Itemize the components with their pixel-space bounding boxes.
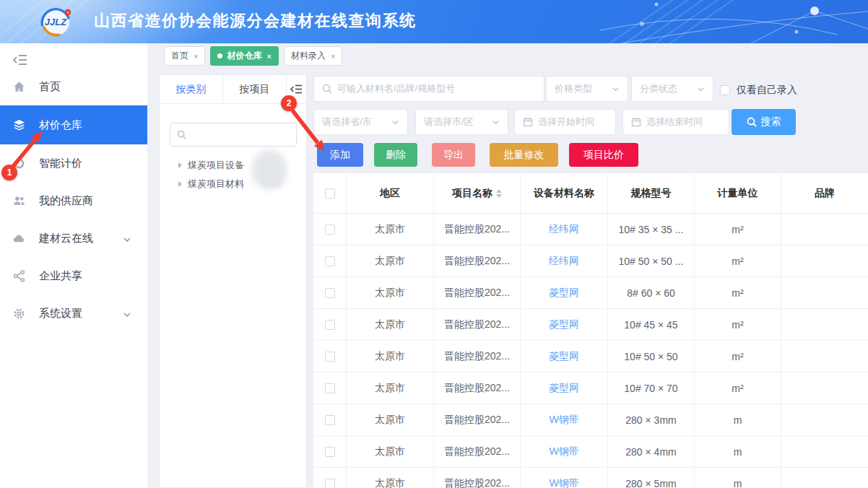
cell-project: 晋能控股202... — [434, 436, 521, 467]
workspace-tabbar: 首页×材价仓库×材料录入× — [164, 46, 342, 66]
cell-project: 晋能控股202... — [434, 214, 521, 245]
layers-icon — [13, 119, 25, 131]
action-button-4[interactable]: 项目比价 — [569, 143, 638, 167]
cell-project: 晋能控股202... — [434, 468, 521, 488]
material-link[interactable]: 经纬网 — [549, 255, 579, 268]
province-select[interactable]: 请选择省/市 — [313, 109, 408, 135]
cell-region: 太原市 — [347, 468, 434, 488]
menu-fold-icon[interactable] — [13, 53, 27, 66]
row-checkbox[interactable] — [325, 288, 335, 298]
cell-brand — [781, 309, 868, 340]
start-time-picker[interactable]: 选择开始时间 — [514, 109, 616, 135]
row-checkbox[interactable] — [325, 415, 335, 425]
cell-text: 280 × 3mm — [625, 414, 676, 426]
cell-text: 太原市 — [375, 223, 405, 236]
action-button-3[interactable]: 批量修改 — [490, 143, 558, 167]
city-select[interactable]: 请选择市/区 — [415, 109, 508, 135]
tree-tab-1[interactable]: 按项目 — [223, 75, 287, 103]
sidebar-item-label: 我的供应商 — [39, 194, 93, 208]
annotation-step-1: 1 — [1, 165, 17, 180]
main-content: 首页×材价仓库×材料录入× 按类别按项目 煤炭项目设备煤炭项目材料 可输入材料名… — [147, 43, 868, 488]
material-link[interactable]: 经纬网 — [549, 223, 579, 236]
cell-brand — [781, 277, 868, 308]
close-icon[interactable]: × — [331, 52, 335, 61]
search-button[interactable]: 搜索 — [732, 109, 796, 135]
keyword-search-input[interactable]: 可输入材料名/品牌/规格型号 — [313, 76, 544, 102]
cell-spec: 8# 60 × 60 — [608, 277, 695, 308]
row-checkbox[interactable] — [325, 225, 335, 235]
material-link[interactable]: 菱型网 — [549, 318, 579, 331]
end-time-picker[interactable]: 选择结束时间 — [622, 109, 729, 135]
home-icon — [13, 81, 25, 93]
cell-project: 晋能控股202... — [434, 309, 521, 340]
cell-text: m — [734, 446, 742, 458]
cell-text: 晋能控股202... — [444, 477, 510, 488]
tree-tab-0[interactable]: 按类别 — [160, 75, 223, 103]
keyword-placeholder: 可输入材料名/品牌/规格型号 — [337, 82, 455, 95]
cell-text: 太原市 — [375, 382, 405, 395]
material-link[interactable]: W钢带 — [549, 477, 578, 488]
chevron-down-icon — [492, 118, 500, 126]
close-icon[interactable]: × — [194, 52, 198, 61]
cell-material: 菱型网 — [521, 372, 608, 404]
table-row: 太原市晋能控股202...经纬网10# 50 × 50 ...m² — [313, 245, 868, 277]
material-link[interactable]: W钢带 — [549, 414, 578, 427]
only-mine-checkbox[interactable] — [720, 85, 730, 95]
cell-unit: m² — [695, 372, 781, 404]
category-tree-panel: 按类别按项目 煤炭项目设备煤炭项目材料 — [159, 74, 307, 488]
cell-text: 晋能控股202... — [444, 445, 510, 458]
sidebar-item-3[interactable]: 我的供应商 — [0, 182, 147, 219]
price-type-select[interactable]: 价格类型 — [546, 76, 628, 102]
row-checkbox[interactable] — [325, 352, 335, 362]
material-link[interactable]: 菱型网 — [549, 382, 579, 395]
table-header-checkbox-cell — [313, 173, 347, 213]
cell-text: 10# 45 × 45 — [624, 319, 677, 331]
cell-text: m² — [732, 351, 743, 362]
action-button-1[interactable]: 删除 — [374, 143, 417, 167]
tree-search-input[interactable] — [170, 123, 297, 147]
workspace-tab-2[interactable]: 材料录入× — [284, 46, 342, 66]
row-checkbox[interactable] — [325, 479, 335, 488]
table-row: 太原市晋能控股202...W钢带280 × 3mmm — [313, 404, 868, 436]
sidebar-item-label: 建材云在线 — [39, 232, 93, 245]
category-status-select[interactable]: 分类状态 — [631, 76, 713, 102]
sidebar-item-2[interactable]: 智能计价 — [0, 144, 147, 182]
share-icon — [13, 270, 25, 282]
sort-icon[interactable] — [496, 189, 502, 198]
cell-text: 太原市 — [375, 445, 405, 458]
row-checkbox[interactable] — [325, 256, 335, 266]
row-checkbox[interactable] — [325, 383, 335, 393]
sidebar-item-6[interactable]: 系统设置 — [0, 295, 147, 332]
sidebar-item-4[interactable]: 建材云在线 — [0, 219, 147, 257]
cell-material: 经纬网 — [521, 214, 608, 245]
table-header-row: 地区项目名称设备材料名称规格型号计量单位品牌 — [313, 173, 868, 214]
cell-unit: m² — [695, 309, 781, 340]
workspace-tab-1[interactable]: 材价仓库× — [210, 46, 278, 66]
material-link[interactable]: W钢带 — [549, 445, 578, 458]
cell-unit: m — [695, 468, 781, 488]
app-header: JJLZ + 山西省造价协会能源分会建材在线查询系统 — [0, 0, 868, 43]
material-link[interactable]: 菱型网 — [549, 287, 579, 300]
cell-text: m² — [732, 319, 743, 331]
sidebar-item-0[interactable]: 首页 — [0, 68, 147, 105]
only-mine-checkbox-row[interactable]: 仅看自己录入 — [720, 84, 797, 97]
workspace-tab-0[interactable]: 首页× — [164, 46, 205, 66]
cell-material: 菱型网 — [521, 277, 608, 308]
close-icon[interactable]: × — [266, 52, 271, 61]
table-header-cell: 项目名称 — [434, 173, 521, 213]
row-checkbox-cell — [313, 372, 347, 404]
action-button-0[interactable]: 添加 — [317, 143, 363, 167]
row-checkbox[interactable] — [325, 320, 335, 330]
cell-project: 晋能控股202... — [434, 341, 521, 372]
material-link[interactable]: 菱型网 — [549, 350, 579, 363]
cell-text: 10# 50 × 50 ... — [619, 256, 684, 267]
sidebar-item-5[interactable]: 企业共享 — [0, 257, 147, 295]
select-all-checkbox[interactable] — [325, 188, 335, 199]
chevron-down-icon — [697, 85, 705, 93]
cell-region: 太原市 — [347, 277, 434, 308]
column-label: 设备材料名称 — [534, 187, 594, 200]
sidebar-item-1[interactable]: 材价仓库 — [0, 105, 147, 144]
row-checkbox[interactable] — [325, 447, 335, 457]
materials-table: 地区项目名称设备材料名称规格型号计量单位品牌太原市晋能控股202...经纬网10… — [313, 173, 868, 488]
action-button-2[interactable]: 导出 — [432, 143, 475, 167]
